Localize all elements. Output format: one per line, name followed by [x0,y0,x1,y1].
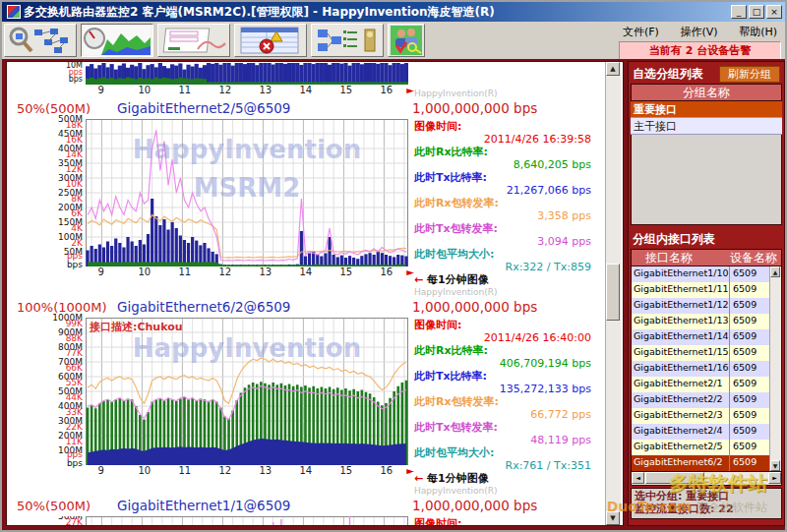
interface-row[interactable]: GigabitEthernet1/116509 [632,282,781,298]
graph-scroll-content: 10Mppsbps910111213141516►HappyInvention(… [7,62,605,525]
y-tick-pps: 8K [71,194,83,204]
device-config-icon [314,26,381,55]
y-tick-pps: 66K [66,363,83,373]
interface-row[interactable]: GigabitEthernet2/56509 [632,440,781,455]
alarm-list-button[interactable] [234,24,307,57]
list-scroll-up-icon[interactable]: ▲ [770,266,780,277]
col-interface-name[interactable]: 接口名称 [632,250,730,266]
interface-name-cell: GigabitEthernet1/10 [632,266,730,282]
menu-help[interactable]: 帮助(H) [739,25,777,39]
toolbar: 文件(F) 操作(V) 帮助(H) 当前有 2 台设备告警 [2,22,785,59]
bandwidth-label: 1,000,000,000 bps [412,299,605,315]
scroll-right-icon[interactable]: ► [768,472,781,484]
menu-file[interactable]: 文件(F) [623,25,659,39]
interface-row[interactable]: GigabitEthernet2/16509 [632,377,781,392]
x-tick: 9 [97,85,103,95]
menu-operate[interactable]: 操作(V) [680,25,717,39]
device-config-button[interactable] [311,24,384,57]
stat-label: 此时Tx包转发率: [414,222,603,235]
scroll-up-icon[interactable]: ▲ [606,62,620,76]
app-icon [7,5,21,19]
x-tick: 12 [218,266,231,277]
interface-horizontal-scrollbar[interactable]: ◄ ► [631,472,782,486]
interface-row[interactable]: GigabitEthernet2/46509 [632,424,781,440]
interface-name: GigabitEthernet6/2@6509 [117,299,412,315]
brand-watermark: HappyInvention(R) [414,88,603,100]
top-partial-graph: 10Mppsbps910111213141516►HappyInvention(… [7,63,605,100]
x-tick: 15 [339,85,352,95]
stat-value: 2011/4/26 16:40:00 [414,331,603,344]
refresh-groups-button[interactable]: 刷新分组 [719,66,780,83]
col-device-name[interactable]: 设备名称 [730,250,781,266]
band-stats: HappyInvention(R) [408,63,605,100]
y-tick-pps: 77K [66,348,83,358]
interface-name-cell: GigabitEthernet1/16 [632,361,730,377]
interface-list-scrollbar[interactable]: ▲ ▼ [769,266,781,471]
scroll-left-icon[interactable]: ◄ [632,472,644,484]
group-row[interactable]: 主干接口 [631,118,782,135]
x-tick: 13 [259,266,272,277]
interface-row[interactable]: GigabitEthernet1/126509 [632,298,781,314]
interface-name: GigabitEthernet1/1@6509 [117,498,412,513]
stat-value: 406,709,194 bps [414,357,603,370]
y-tick-pps: 12K [66,164,83,174]
selected-group-line: 选中分组: 重要接口 [635,490,778,502]
interface-row[interactable]: GigabitEthernet2/26509 [632,392,781,408]
plot-column: 910111213141516► [86,63,408,100]
minimize-button[interactable]: _ [731,5,747,19]
stat-label: 图像时间: [414,517,603,525]
group-list-title: 自选分组列表 [633,66,703,83]
group-list-header: 自选分组列表 刷新分组 [631,64,782,84]
plot-column [86,516,408,525]
group-row[interactable]: 重要接口 [631,101,782,118]
report-icon [160,26,227,55]
report-button[interactable] [157,24,230,57]
utilization-label: 50%(500M) [17,499,117,513]
traffic-monitor-button[interactable] [81,24,153,57]
interface-row[interactable]: GigabitEthernet1/156509 [632,345,781,361]
topology-search-button[interactable] [4,24,77,57]
device-alarm-banner[interactable]: 当前有 2 台设备告警 [619,41,781,60]
red-arrow-icon: ← [414,273,423,286]
group-column-header: 分组名称 [631,84,782,101]
x-tick: 11 [178,266,191,277]
plot-g2: HappyInvention接口描述:Chukou [86,318,408,465]
graph-stats-panel: 图像时间:2011/4/26 16:39:58此时Rx比特率:8,640,205… [408,119,605,299]
stat-label: 此时Tx比特率: [414,171,603,184]
x-tick: 10 [138,465,151,476]
y-tick-pps: 10K [66,179,83,189]
x-axis-labels: 910111213141516► [86,85,408,97]
stat-label: 此时包平均大小: [414,446,603,459]
scroll-down-icon[interactable]: ▼ [606,511,620,525]
plot-g1: HappyInventionMSRM2 [86,119,408,266]
interface-row[interactable]: GigabitEthernet6/26509 [632,455,781,471]
graph-vertical-scrollbar[interactable]: ▲ ▼ [605,62,621,525]
axis-arrow-icon: ► [406,85,414,95]
maximize-button[interactable]: □ [749,5,764,19]
interface-row[interactable]: GigabitEthernet2/36509 [632,408,781,424]
interface-row[interactable]: GigabitEthernet1/146509 [632,329,781,345]
users-key-icon [391,26,422,55]
stat-value: 2011/4/26 16:39:58 [414,133,603,146]
hscrollbar-thumb[interactable] [645,472,704,484]
interface-row[interactable]: GigabitEthernet1/136509 [632,314,781,329]
graph-header: 50%(500M)GigabitEthernet2/5@65091,000,00… [17,100,605,119]
x-tick: 12 [218,85,231,95]
user-permission-button[interactable] [388,24,425,57]
close-button[interactable]: × [766,5,782,19]
app-window: 多交换机路由器监控2 客户端(MSRM2C).[管理权限] - HappyInv… [0,0,787,532]
per-minute-label: ← 每1分钟图像 [414,273,603,286]
stat-value: Rx:761 / Tx:351 [414,459,603,472]
list-scroll-down-icon[interactable]: ▼ [770,460,780,471]
alarm-table-icon [237,26,304,55]
stat-value: 66,772 pps [414,408,603,421]
y-tick-pps: 99K [66,319,83,328]
stat-label: 图像时间: [414,120,603,133]
bandwidth-label: 1,000,000,000 bps [412,498,605,513]
interface-row[interactable]: GigabitEthernet1/106509 [632,266,781,282]
scrollbar-thumb[interactable] [606,264,620,321]
interface-name: GigabitEthernet2/5@6509 [117,100,412,116]
plot-column: HappyInventionMSRM2910111213141516► [86,119,408,299]
interface-row[interactable]: GigabitEthernet1/166509 [632,361,781,377]
stat-value: 48,119 pps [414,434,603,446]
